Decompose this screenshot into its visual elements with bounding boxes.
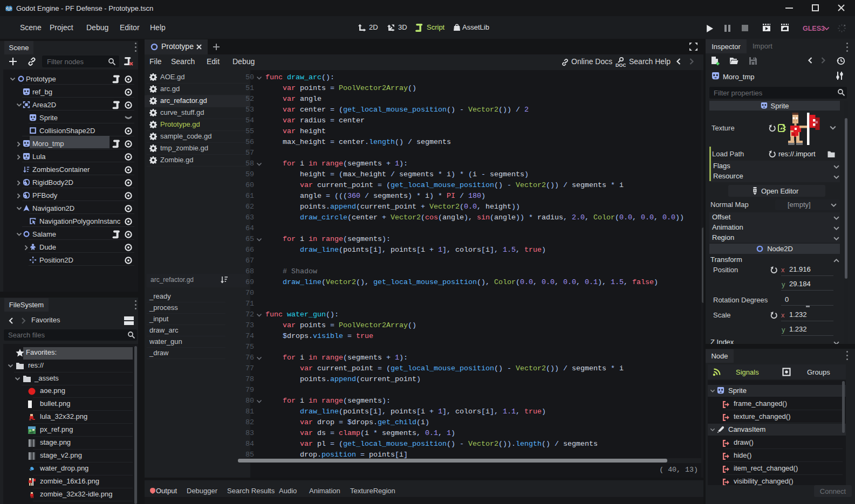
svg-text:DOC: DOC [615, 63, 626, 68]
